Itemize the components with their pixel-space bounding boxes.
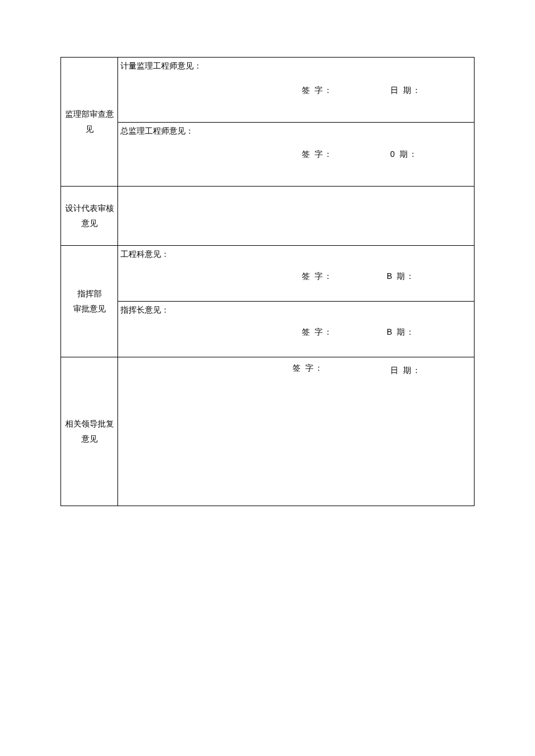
engineering-opinion-cell: 工程科意见： 签 字： B 期： [118,246,475,302]
measurement-sign-label: 签 字： [302,85,333,96]
commander-date-label: B 期： [387,327,415,338]
measurement-date-label: 日 期： [390,85,422,96]
approval-table: 监理部审查意见 计量监理工程师意见： 签 字： 日 期： 总监理工程师意见： 签… [60,57,475,506]
design-opinion-cell [118,187,475,246]
command-label-line2: 审批意见 [73,304,106,313]
leadership-label: 相关领导批复意见 [65,420,114,443]
commander-sign-label: 签 字： [302,327,333,338]
leadership-label-cell: 相关领导批复意见 [61,357,118,506]
engineering-date-label: B 期： [387,271,415,282]
command-label-line1: 指挥部 [77,289,102,298]
leadership-date-label: 日 期： [390,366,422,376]
measurement-opinion-cell: 计量监理工程师意见： 签 字： 日 期： [118,58,475,123]
form-table: 监理部审查意见 计量监理工程师意见： 签 字： 日 期： 总监理工程师意见： 签… [60,57,475,506]
chief-sign-label: 签 字： [302,149,333,160]
chief-opinion-cell: 总监理工程师意见： 签 字： 0 期： [118,123,475,187]
command-label-cell: 指挥部 审批意见 [61,246,118,357]
design-label-cell: 设计代表审核意见 [61,187,118,246]
commander-opinion-cell: 指挥长意见： 签 字： B 期： [118,302,475,357]
design-label: 设计代表审核意见 [65,204,114,227]
measurement-title: 计量监理工程师意见： [120,61,202,71]
engineering-title: 工程科意见： [120,249,169,260]
engineering-sign-label: 签 字： [302,271,333,282]
leadership-sign-label: 签 字： [293,363,324,374]
chief-title: 总监理工程师意见： [120,126,194,137]
leadership-opinion-cell: 签 字： 日 期： [118,357,475,506]
supervision-label: 监理部审查意见 [65,110,114,133]
supervision-label-cell: 监理部审查意见 [61,58,118,187]
chief-date-label: 0 期： [390,149,418,160]
commander-title: 指挥长意见： [120,305,169,316]
